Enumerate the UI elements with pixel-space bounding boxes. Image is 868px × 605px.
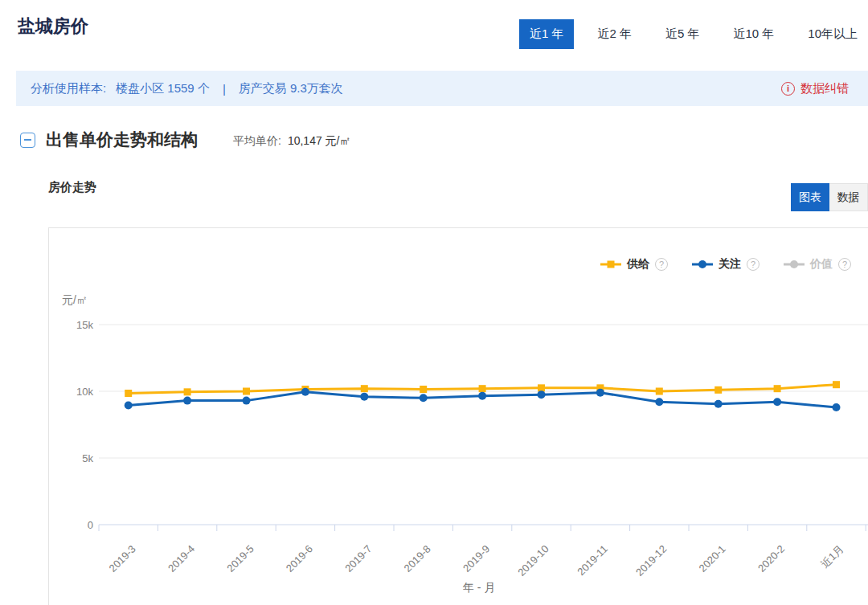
data-point-供给[interactable] xyxy=(125,390,132,397)
data-point-关注[interactable] xyxy=(301,388,309,396)
x-tick-label: 2019-8 xyxy=(402,543,433,574)
x-axis-title: 年 - 月 xyxy=(463,581,495,594)
data-view-button[interactable]: 数据 xyxy=(829,183,868,211)
chart-legend: 供给 ? 关注 ? 价值 ? xyxy=(600,257,851,272)
legend-item-follow[interactable]: 关注 ? xyxy=(692,257,760,272)
data-point-供给[interactable] xyxy=(420,386,427,393)
time-range-tabs: 近1 年 近2 年 近5 年 近10 年 10年以上 xyxy=(506,19,868,49)
x-tick-label: 2019-12 xyxy=(633,543,669,578)
data-correction-button[interactable]: i 数据纠错 xyxy=(781,81,854,96)
legend-item-supply[interactable]: 供给 ? xyxy=(600,257,668,272)
trend-chart-title: 房价走势 xyxy=(48,180,96,195)
tab-last-1-year[interactable]: 近1 年 xyxy=(519,19,575,49)
data-point-关注[interactable] xyxy=(538,390,546,399)
data-point-关注[interactable] xyxy=(833,403,841,411)
tab-over-10-years[interactable]: 10年以上 xyxy=(797,19,868,49)
data-point-供给[interactable] xyxy=(184,388,191,395)
x-tick-label: 2019-11 xyxy=(575,543,610,578)
data-point-关注[interactable] xyxy=(655,398,663,406)
x-tick-label: 2019-10 xyxy=(515,543,551,578)
y-tick-label: 0 xyxy=(88,519,93,531)
y-tick-label: 5k xyxy=(82,452,93,464)
data-point-关注[interactable] xyxy=(714,400,723,408)
value-line-marker-icon xyxy=(784,260,805,269)
data-point-供给[interactable] xyxy=(243,388,250,395)
data-point-关注[interactable] xyxy=(183,397,191,405)
data-point-关注[interactable] xyxy=(360,393,368,401)
legend-label-supply: 供给 xyxy=(627,257,649,272)
data-point-供给[interactable] xyxy=(656,388,663,395)
x-tick-label: 近1月 xyxy=(819,543,846,570)
price-trend-chart: 05k10k15k元/㎡2019-32019-42019-52019-62019… xyxy=(49,228,868,605)
sample-communities: 楼盘小区 1559 个 xyxy=(116,81,210,96)
view-toggle: 图表 数据 xyxy=(791,183,868,211)
sample-label: 分析使用样本: xyxy=(31,81,106,96)
data-point-供给[interactable] xyxy=(361,385,368,392)
data-correction-label: 数据纠错 xyxy=(800,81,849,96)
x-tick-label: 2019-3 xyxy=(107,543,138,574)
page-title: 盐城房价 xyxy=(18,14,88,39)
y-tick-label: 15k xyxy=(76,319,93,331)
tab-last-2-years[interactable]: 近2 年 xyxy=(587,19,642,49)
x-tick-label: 2019-4 xyxy=(166,543,197,574)
x-tick-label: 2020-1 xyxy=(697,543,728,574)
data-point-供给[interactable] xyxy=(479,385,486,392)
section-header: 出售单价走势和结构 平均单价:10,147 元/㎡ xyxy=(20,129,351,151)
data-point-供给[interactable] xyxy=(538,384,545,391)
data-point-供给[interactable] xyxy=(833,381,840,388)
x-tick-label: 2019-6 xyxy=(284,543,315,574)
collapse-minus-icon[interactable] xyxy=(20,133,35,148)
chart-view-button[interactable]: 图表 xyxy=(791,183,829,211)
help-question-icon[interactable]: ? xyxy=(838,258,851,271)
y-tick-label: 10k xyxy=(76,386,93,398)
data-point-供给[interactable] xyxy=(714,386,722,394)
follow-line-marker-icon xyxy=(692,260,713,269)
legend-item-value[interactable]: 价值 ? xyxy=(784,257,851,272)
average-price: 平均单价:10,147 元/㎡ xyxy=(233,134,351,149)
sample-info-bar: 分析使用样本: 楼盘小区 1559 个 | 房产交易 9.3万套次 i 数据纠错 xyxy=(16,71,868,106)
help-question-icon[interactable]: ? xyxy=(655,258,668,271)
sample-transactions: 房产交易 9.3万套次 xyxy=(239,81,343,96)
yancheng-housing-price-page: { "page": { "title": "盐城房价" }, "icons": … xyxy=(0,0,868,605)
average-price-label: 平均单价: xyxy=(233,134,281,147)
legend-label-value: 价值 xyxy=(810,257,833,272)
data-point-供给[interactable] xyxy=(774,385,781,392)
y-axis-unit: 元/㎡ xyxy=(62,293,88,306)
data-point-关注[interactable] xyxy=(125,401,133,409)
section-title: 出售单价走势和结构 xyxy=(46,129,198,151)
data-point-关注[interactable] xyxy=(596,389,604,397)
x-tick-label: 2019-7 xyxy=(342,543,374,574)
x-tick-label: 2020-2 xyxy=(755,543,787,574)
separator: | xyxy=(223,82,226,96)
x-tick-label: 2019-9 xyxy=(461,543,492,574)
tab-last-10-years[interactable]: 近10 年 xyxy=(723,19,784,49)
help-question-icon[interactable]: ? xyxy=(747,258,760,271)
tab-last-5-years[interactable]: 近5 年 xyxy=(655,19,710,49)
data-point-关注[interactable] xyxy=(420,394,428,402)
legend-label-follow: 关注 xyxy=(719,257,741,272)
x-tick-label: 2019-5 xyxy=(224,543,256,574)
supply-line-marker-icon xyxy=(600,260,621,269)
average-price-value: 10,147 元/㎡ xyxy=(288,134,351,147)
data-point-关注[interactable] xyxy=(773,398,781,406)
data-point-关注[interactable] xyxy=(243,397,251,405)
data-point-关注[interactable] xyxy=(478,392,486,400)
price-trend-chart-card: 05k10k15k元/㎡2019-32019-42019-52019-62019… xyxy=(48,227,868,605)
info-circle-icon: i xyxy=(781,82,795,96)
